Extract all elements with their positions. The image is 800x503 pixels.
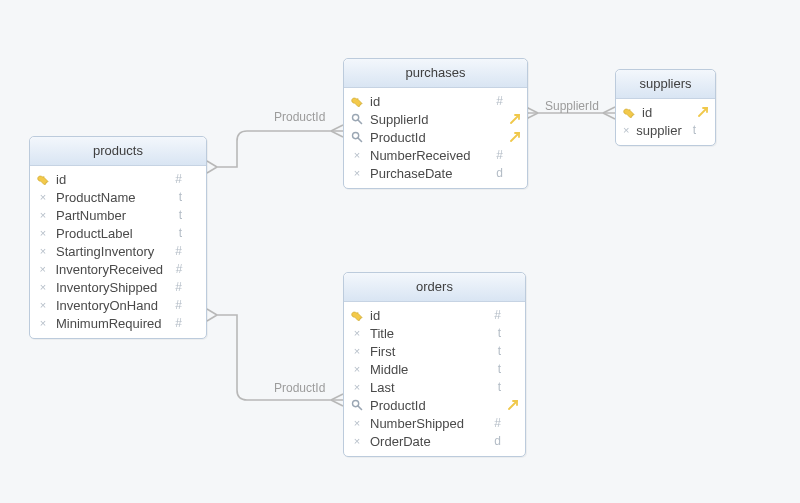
column-name: ProductId: [370, 398, 481, 413]
table-columns: id×suppliert: [616, 99, 715, 145]
column-row[interactable]: ×ProductLabelt: [30, 224, 206, 242]
primary-key-icon: [350, 310, 364, 321]
column-type: #: [168, 280, 182, 294]
svg-line-5: [358, 406, 362, 410]
table-columns: id#×ProductNamet×PartNumbert×ProductLabe…: [30, 166, 206, 338]
column-row[interactable]: ×Middlet: [344, 360, 525, 378]
column-name: ProductLabel: [56, 226, 162, 241]
column-row[interactable]: id#: [344, 92, 527, 110]
column-row[interactable]: ×PartNumbert: [30, 206, 206, 224]
column-row[interactable]: ×OrderDated: [344, 432, 525, 450]
column-type: t: [487, 362, 501, 376]
column-type: t: [487, 344, 501, 358]
column-type: t: [168, 208, 182, 222]
column-type: t: [688, 123, 696, 137]
nullable-icon: ×: [350, 149, 364, 161]
nullable-icon: ×: [36, 281, 50, 293]
nullable-icon: ×: [350, 417, 364, 429]
relation-label: ProductId: [274, 110, 325, 124]
table-title: products: [30, 137, 206, 166]
column-row[interactable]: ×InventoryShipped#: [30, 278, 206, 296]
column-name: id: [370, 308, 481, 323]
column-type: #: [487, 308, 501, 322]
table-columns: id#×Titlet×Firstt×Middlet×LasttProductId…: [344, 302, 525, 456]
column-type: #: [489, 94, 503, 108]
column-row[interactable]: ×StartingInventory#: [30, 242, 206, 260]
table-title: suppliers: [616, 70, 715, 99]
column-name: InventoryReceived: [55, 262, 163, 277]
column-row[interactable]: ×InventoryReceived#: [30, 260, 206, 278]
table-suppliers[interactable]: suppliers id×suppliert: [615, 69, 716, 146]
column-name: id: [370, 94, 483, 109]
column-row[interactable]: ×NumberReceived#: [344, 146, 527, 164]
column-row[interactable]: id#: [30, 170, 206, 188]
column-row[interactable]: ProductId: [344, 128, 527, 146]
column-row[interactable]: ×InventoryOnHand#: [30, 296, 206, 314]
column-name: NumberReceived: [370, 148, 483, 163]
column-type: d: [489, 166, 503, 180]
column-row[interactable]: ×Firstt: [344, 342, 525, 360]
nullable-icon: ×: [350, 345, 364, 357]
column-row[interactable]: id: [616, 103, 715, 121]
column-type: #: [168, 172, 182, 186]
column-name: SupplierId: [370, 112, 483, 127]
nullable-icon: ×: [36, 209, 50, 221]
nullable-icon: ×: [36, 227, 50, 239]
column-name: OrderDate: [370, 434, 481, 449]
nullable-icon: ×: [350, 327, 364, 339]
column-type: #: [169, 262, 182, 276]
relation-label: ProductId: [274, 381, 325, 395]
column-row[interactable]: SupplierId: [344, 110, 527, 128]
column-name: ProductName: [56, 190, 162, 205]
column-row[interactable]: id#: [344, 306, 525, 324]
column-name: Last: [370, 380, 481, 395]
column-type: t: [487, 380, 501, 394]
column-name: supplier: [636, 123, 682, 138]
column-name: Middle: [370, 362, 481, 377]
nullable-icon: ×: [350, 363, 364, 375]
column-type: #: [168, 244, 182, 258]
column-name: PurchaseDate: [370, 166, 483, 181]
nullable-icon: ×: [36, 191, 50, 203]
nullable-icon: ×: [36, 245, 50, 257]
svg-line-3: [358, 138, 362, 142]
table-purchases[interactable]: purchases id#SupplierIdProductId×NumberR…: [343, 58, 528, 189]
column-type: t: [487, 326, 501, 340]
column-row[interactable]: ×PurchaseDated: [344, 164, 527, 182]
relation-label: SupplierId: [545, 99, 599, 113]
column-row[interactable]: ×NumberShipped#: [344, 414, 525, 432]
column-name: PartNumber: [56, 208, 162, 223]
column-row[interactable]: ×suppliert: [616, 121, 715, 139]
nullable-icon: ×: [350, 381, 364, 393]
column-row[interactable]: ×Lastt: [344, 378, 525, 396]
column-name: MinimumRequired: [56, 316, 162, 331]
column-row[interactable]: ×MinimumRequired#: [30, 314, 206, 332]
table-products[interactable]: products id#×ProductNamet×PartNumbert×Pr…: [29, 136, 207, 339]
column-row[interactable]: ×Titlet: [344, 324, 525, 342]
nullable-icon: ×: [36, 263, 49, 275]
nullable-icon: ×: [622, 124, 630, 136]
table-title: purchases: [344, 59, 527, 88]
column-type: #: [489, 148, 503, 162]
column-name: NumberShipped: [370, 416, 481, 431]
column-type: #: [168, 316, 182, 330]
column-row[interactable]: ×ProductNamet: [30, 188, 206, 206]
column-name: First: [370, 344, 481, 359]
primary-key-icon: [622, 107, 636, 118]
foreign-key-icon: [350, 113, 364, 125]
column-type: #: [168, 298, 182, 312]
column-name: id: [56, 172, 162, 187]
table-orders[interactable]: orders id#×Titlet×Firstt×Middlet×LasttPr…: [343, 272, 526, 457]
nullable-icon: ×: [36, 299, 50, 311]
column-row[interactable]: ProductId: [344, 396, 525, 414]
foreign-key-icon: [350, 399, 364, 411]
fk-arrow-icon: [509, 132, 521, 142]
table-title: orders: [344, 273, 525, 302]
column-type: #: [487, 416, 501, 430]
nullable-icon: ×: [350, 435, 364, 447]
column-type: t: [168, 190, 182, 204]
nullable-icon: ×: [36, 317, 50, 329]
fk-arrow-icon: [509, 114, 521, 124]
foreign-key-icon: [350, 131, 364, 143]
column-name: InventoryShipped: [56, 280, 162, 295]
